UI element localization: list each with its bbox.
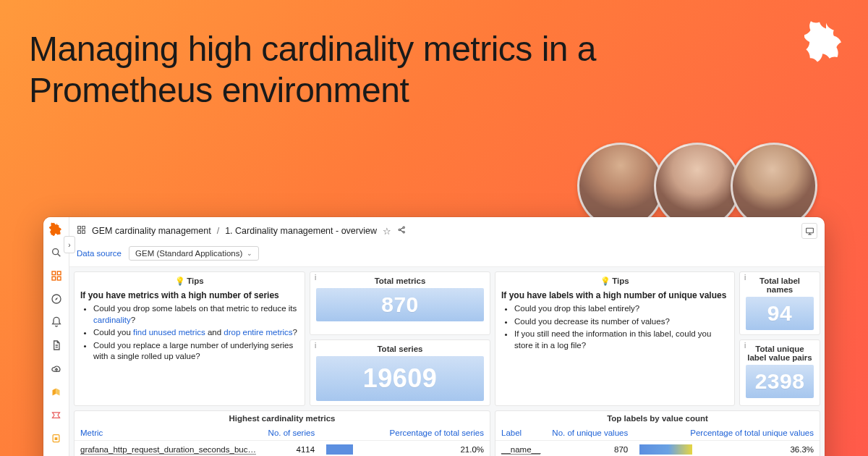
col-series[interactable]: No. of series bbox=[263, 426, 321, 441]
breadcrumb-separator: / bbox=[217, 226, 219, 236]
info-icon[interactable]: i bbox=[744, 274, 746, 282]
variable-label: Data source bbox=[77, 249, 122, 258]
svg-rect-11 bbox=[55, 437, 58, 440]
total-label-names-panel: i Total label names 94 bbox=[739, 271, 820, 335]
avatar bbox=[654, 143, 741, 229]
pct-cell: 21.0% bbox=[320, 441, 490, 457]
series-cell: 4114 bbox=[263, 441, 321, 457]
table-row[interactable]: grafana_http_request_duration_seconds_bu… bbox=[75, 441, 490, 457]
avatar bbox=[731, 143, 817, 229]
panel-title: Total metrics bbox=[316, 275, 484, 288]
panel-title: Tips bbox=[187, 276, 203, 285]
svg-rect-14 bbox=[78, 231, 81, 234]
svg-point-0 bbox=[52, 249, 58, 255]
svg-line-20 bbox=[400, 230, 403, 232]
svg-rect-4 bbox=[52, 276, 56, 280]
tips-lead: If you have labels with a high number of… bbox=[501, 290, 728, 300]
explore-icon[interactable] bbox=[48, 291, 64, 307]
stat-value: 2398 bbox=[746, 369, 814, 394]
tips-metrics-panel: Tips If you have metrics with a high num… bbox=[74, 271, 305, 406]
panel-title: Total unique label value pairs bbox=[746, 343, 814, 365]
tip-item: Could you find unused metrics and drop e… bbox=[93, 327, 299, 339]
monitor-icon[interactable] bbox=[801, 223, 817, 239]
metric-cell[interactable]: grafana_http_request_duration_seconds_bu… bbox=[75, 441, 263, 457]
metrics-table: Metric No. of series Percentage of total… bbox=[75, 426, 490, 456]
svg-point-18 bbox=[403, 232, 404, 233]
breadcrumb-page[interactable]: 1. Cardinality management - overview bbox=[225, 226, 377, 236]
document-icon[interactable] bbox=[48, 337, 64, 353]
stat-value: 19609 bbox=[316, 363, 484, 394]
loki-icon[interactable] bbox=[48, 384, 64, 400]
panel-title: Total label names bbox=[746, 275, 814, 297]
author-avatars bbox=[587, 143, 817, 229]
avatar bbox=[577, 143, 664, 229]
mimir-icon[interactable] bbox=[48, 430, 64, 446]
svg-point-17 bbox=[403, 227, 404, 228]
col-label[interactable]: Label bbox=[495, 426, 546, 441]
chevron-down-icon: ⌄ bbox=[247, 250, 252, 257]
svg-rect-15 bbox=[82, 231, 85, 234]
cardinality-link[interactable]: cardinality bbox=[93, 316, 131, 324]
dashboard-window: › bbox=[43, 217, 825, 456]
tip-item: Could you drop this label entirely? bbox=[514, 303, 728, 315]
svg-rect-21 bbox=[806, 228, 813, 233]
col-metric[interactable]: Metric bbox=[75, 426, 263, 441]
panel-title: Top labels by value count bbox=[495, 411, 820, 426]
panel-title: Tips bbox=[612, 276, 629, 285]
tips-labels-panel: Tips If you have labels with a high numb… bbox=[495, 271, 735, 406]
datasource-dropdown[interactable]: GEM (Standard Applications) ⌄ bbox=[129, 246, 259, 261]
panel-title: Highest cardinality metrics bbox=[75, 411, 490, 426]
panel-title: Total series bbox=[316, 343, 484, 356]
svg-point-16 bbox=[399, 229, 400, 230]
search-icon[interactable] bbox=[48, 245, 64, 261]
info-icon[interactable]: i bbox=[315, 274, 316, 282]
breadcrumb-root[interactable]: GEM cardinality management bbox=[92, 226, 211, 236]
svg-line-19 bbox=[400, 228, 403, 229]
col-pct[interactable]: Percentage of total series bbox=[320, 426, 490, 441]
stat-value: 870 bbox=[316, 292, 484, 317]
share-icon[interactable] bbox=[397, 225, 407, 237]
bulb-icon bbox=[600, 276, 612, 285]
table-row[interactable]: __name__87036.3% bbox=[495, 441, 820, 457]
col-pct[interactable]: Percentage of total unique values bbox=[634, 426, 820, 441]
tempo-icon[interactable] bbox=[48, 407, 64, 423]
total-series-panel: i Total series 19609 bbox=[310, 339, 490, 406]
label-cell[interactable]: __name__ bbox=[495, 441, 546, 457]
hero-title: Managing high cardinality metrics in a P… bbox=[29, 29, 781, 111]
tip-item: Could you decrease its number of values? bbox=[514, 316, 728, 328]
grafana-icon[interactable] bbox=[48, 221, 64, 237]
grafana-logo-icon bbox=[804, 20, 848, 64]
svg-rect-13 bbox=[82, 227, 85, 229]
find-unused-link[interactable]: find unused metrics bbox=[133, 328, 205, 337]
svg-marker-7 bbox=[55, 297, 58, 300]
info-icon[interactable]: i bbox=[744, 342, 746, 350]
cloud-icon[interactable] bbox=[48, 360, 64, 376]
datasource-value: GEM (Standard Applications) bbox=[135, 249, 242, 258]
tip-item: If you still need the information in thi… bbox=[514, 329, 728, 351]
top-labels-table-panel: Top labels by value count Label No. of u… bbox=[495, 410, 820, 456]
highest-cardinality-table-panel: Highest cardinality metrics Metric No. o… bbox=[74, 410, 490, 456]
total-pairs-panel: i Total unique label value pairs 2398 bbox=[739, 339, 820, 406]
alerting-icon[interactable] bbox=[48, 314, 64, 330]
col-values[interactable]: No. of unique values bbox=[546, 426, 634, 441]
total-metrics-panel: i Total metrics 870 bbox=[310, 271, 490, 335]
svg-line-1 bbox=[57, 254, 60, 257]
breadcrumb: GEM cardinality management / 1. Cardinal… bbox=[69, 220, 825, 242]
dashboards-breadcrumb-icon[interactable] bbox=[77, 225, 86, 237]
values-cell: 870 bbox=[546, 441, 634, 457]
sidebar-toggle[interactable]: › bbox=[64, 236, 75, 253]
drop-metrics-link[interactable]: drop entire metrics bbox=[224, 328, 292, 337]
tip-item: Could you replace a large number of unde… bbox=[93, 340, 299, 363]
pct-cell: 36.3% bbox=[634, 441, 820, 457]
svg-rect-12 bbox=[78, 227, 81, 229]
info-icon[interactable]: i bbox=[315, 342, 316, 350]
template-variable-row: Data source GEM (Standard Applications) … bbox=[69, 242, 825, 267]
stat-value: 94 bbox=[746, 301, 814, 326]
dashboards-icon[interactable] bbox=[48, 268, 64, 284]
labels-table: Label No. of unique values Percentage of… bbox=[495, 426, 820, 456]
panel-grid: Tips If you have metrics with a high num… bbox=[69, 267, 825, 456]
tips-lead: If you have metrics with a high number o… bbox=[80, 290, 299, 300]
star-icon[interactable]: ☆ bbox=[383, 226, 391, 237]
bulb-icon bbox=[175, 276, 187, 285]
svg-rect-5 bbox=[57, 276, 61, 280]
